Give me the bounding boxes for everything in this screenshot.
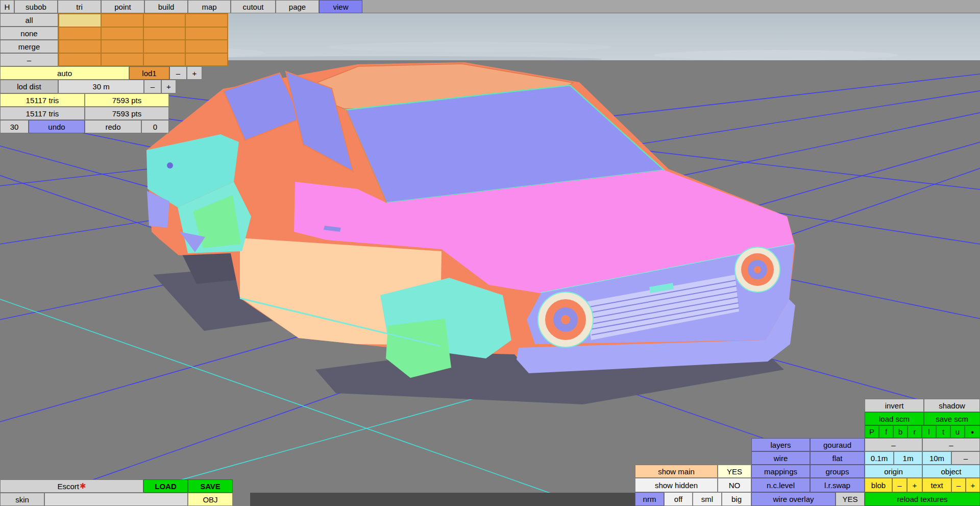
wire-overlay-button[interactable]: wire overlay bbox=[751, 492, 836, 506]
lod-slot[interactable] bbox=[185, 40, 228, 53]
lod-slot[interactable] bbox=[59, 27, 101, 40]
show-hidden-value[interactable]: NO bbox=[718, 478, 751, 492]
view-perspective-button[interactable]: P bbox=[865, 425, 879, 438]
lod-slot[interactable] bbox=[143, 40, 186, 53]
lod-dist-value[interactable]: 30 m bbox=[58, 80, 144, 93]
undo-button[interactable]: undo bbox=[29, 120, 85, 133]
lod-slot[interactable] bbox=[101, 40, 143, 53]
blob-minus-button[interactable]: – bbox=[892, 478, 907, 492]
menu-item-cutout[interactable]: cutout bbox=[231, 0, 276, 13]
nrm-button[interactable]: nrm bbox=[635, 492, 664, 506]
view-under-button[interactable]: u bbox=[950, 425, 965, 438]
lod-slot[interactable] bbox=[185, 14, 228, 27]
layers-dash-button2[interactable]: – bbox=[922, 438, 980, 451]
modeler-app: H subob tri point build map cutout page … bbox=[0, 0, 980, 506]
blob-button[interactable]: blob bbox=[865, 478, 892, 492]
menu-item-build[interactable]: build bbox=[144, 0, 188, 13]
obj-export-button[interactable]: OBJ bbox=[188, 493, 233, 506]
lod-slot[interactable] bbox=[59, 40, 101, 53]
lod-minus-button[interactable]: – bbox=[169, 66, 187, 80]
lod-slot[interactable] bbox=[185, 53, 228, 66]
lod-dist-plus-button[interactable]: + bbox=[161, 80, 176, 93]
current-tris-count: 15117 tris bbox=[0, 93, 85, 107]
view-right-button[interactable]: r bbox=[908, 425, 922, 438]
lod-auto-button[interactable]: auto bbox=[0, 66, 129, 80]
undo-steps-count: 30 bbox=[0, 120, 29, 133]
nrm-big-button[interactable]: big bbox=[722, 492, 751, 506]
show-hidden-button[interactable]: show hidden bbox=[635, 478, 718, 492]
model-name: Escort bbox=[57, 482, 79, 491]
menu-item-point[interactable]: point bbox=[101, 0, 144, 13]
model-name-field[interactable]: Escort✱ bbox=[0, 479, 143, 493]
menu-item-tri[interactable]: tri bbox=[58, 0, 101, 13]
view-dot-button[interactable]: ● bbox=[965, 425, 980, 438]
flat-button[interactable]: flat bbox=[810, 451, 865, 465]
lod-slot[interactable] bbox=[101, 53, 143, 66]
modified-marker: ✱ bbox=[80, 481, 86, 491]
groups-button[interactable]: groups bbox=[810, 465, 865, 478]
lod-slot[interactable] bbox=[59, 53, 101, 66]
car-headlight-left bbox=[538, 292, 593, 347]
select-dash-button[interactable]: – bbox=[0, 53, 58, 66]
lod-plus-button[interactable]: + bbox=[187, 66, 202, 80]
shadow-button[interactable]: shadow bbox=[924, 399, 980, 412]
object-button[interactable]: object bbox=[922, 465, 980, 478]
skin-name-field[interactable] bbox=[44, 493, 188, 506]
select-all-button[interactable]: all bbox=[0, 13, 58, 27]
lod-slot[interactable] bbox=[185, 27, 228, 40]
lod1-button[interactable]: lod1 bbox=[129, 66, 169, 80]
show-main-button[interactable]: show main bbox=[635, 465, 718, 478]
skin-button[interactable]: skin bbox=[0, 493, 44, 506]
lod-slot[interactable] bbox=[143, 27, 186, 40]
total-pts-count: 7593 pts bbox=[85, 107, 169, 120]
menu-item-map[interactable]: map bbox=[188, 0, 231, 13]
menu-item-page[interactable]: page bbox=[276, 0, 319, 13]
lod-slot-grid bbox=[58, 13, 228, 66]
lr-swap-button[interactable]: l.r.swap bbox=[810, 478, 865, 492]
view-back-button[interactable]: b bbox=[893, 425, 908, 438]
origin-button[interactable]: origin bbox=[865, 465, 922, 478]
nrm-off-button[interactable]: off bbox=[664, 492, 693, 506]
select-merge-button[interactable]: merge bbox=[0, 40, 58, 53]
menu-item-view[interactable]: view bbox=[319, 0, 362, 13]
text-minus-button[interactable]: – bbox=[951, 478, 966, 492]
load-scm-button[interactable]: load scm bbox=[865, 412, 924, 425]
grid-step-10m[interactable]: 10m bbox=[922, 451, 951, 465]
car-fuel-cap bbox=[167, 162, 173, 168]
view-front-button[interactable]: f bbox=[879, 425, 893, 438]
layers-dash-button[interactable]: – bbox=[865, 438, 922, 451]
text-plus-button[interactable]: + bbox=[966, 478, 980, 492]
lod-slot[interactable] bbox=[143, 14, 186, 27]
mappings-button[interactable]: mappings bbox=[751, 465, 810, 478]
grid-dash-button[interactable]: – bbox=[951, 451, 980, 465]
grid-step-01m[interactable]: 0.1m bbox=[865, 451, 894, 465]
reload-textures-button[interactable]: reload textures bbox=[865, 492, 980, 506]
lod-slot[interactable] bbox=[143, 53, 186, 66]
nc-level-button[interactable]: n.c.level bbox=[751, 478, 810, 492]
menu-item-subob[interactable]: subob bbox=[14, 0, 58, 13]
redo-steps-count: 0 bbox=[141, 120, 169, 133]
invert-button[interactable]: invert bbox=[865, 399, 924, 412]
show-main-value[interactable]: YES bbox=[718, 465, 751, 478]
lod-slot[interactable] bbox=[59, 14, 101, 27]
wire-overlay-value[interactable]: YES bbox=[836, 492, 865, 506]
gouraud-button[interactable]: gouraud bbox=[810, 438, 865, 451]
load-button[interactable]: LOAD bbox=[143, 479, 188, 493]
blob-plus-button[interactable]: + bbox=[907, 478, 922, 492]
layers-button[interactable]: layers bbox=[751, 438, 810, 451]
save-scm-button[interactable]: save scm bbox=[924, 412, 980, 425]
lod-dist-label: lod dist bbox=[0, 80, 58, 93]
view-top-button[interactable]: t bbox=[936, 425, 950, 438]
lod-dist-minus-button[interactable]: – bbox=[144, 80, 161, 93]
lod-slot[interactable] bbox=[101, 27, 143, 40]
text-button[interactable]: text bbox=[922, 478, 951, 492]
lod-slot[interactable] bbox=[101, 14, 143, 27]
nrm-sml-button[interactable]: sml bbox=[693, 492, 722, 506]
wire-button[interactable]: wire bbox=[751, 451, 810, 465]
view-left-button[interactable]: l bbox=[922, 425, 936, 438]
select-none-button[interactable]: none bbox=[0, 27, 58, 40]
menu-item-h[interactable]: H bbox=[0, 0, 14, 13]
grid-step-1m[interactable]: 1m bbox=[894, 451, 922, 465]
redo-button[interactable]: redo bbox=[85, 120, 141, 133]
save-button[interactable]: SAVE bbox=[188, 479, 233, 493]
